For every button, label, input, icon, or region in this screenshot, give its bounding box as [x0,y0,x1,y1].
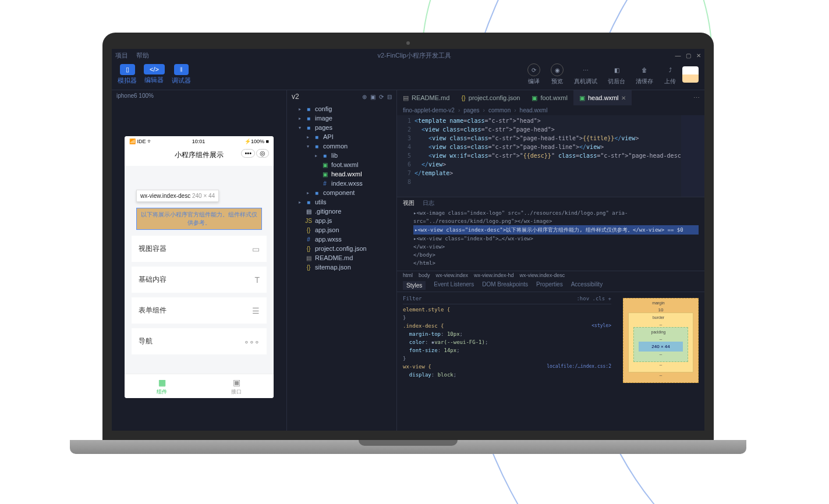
collapse-icon[interactable]: ⊟ [387,94,392,100]
explorer-header: v2 ⊕ ▣ ⟳ ⊟ [287,90,396,103]
file-node[interactable]: ▤.gitignore [287,207,396,216]
folder-node[interactable]: ▾■common [287,141,396,151]
refresh-icon[interactable]: ⟳ [379,94,384,100]
action-preview[interactable]: ◉预览 [551,63,564,86]
breadcrumb-segment[interactable]: common [488,107,511,113]
switch-icon: ◧ [610,63,623,76]
upload-icon: ⤴ [664,63,676,76]
dom-tree[interactable]: ▸<wx-image class="index-logo" src="../re… [397,209,704,271]
phone-menu-more[interactable]: ••• [241,149,255,158]
grid-icon: ▦ [125,378,199,387]
eye-icon: ◉ [551,63,564,76]
bug-icon: ⫴ [174,64,189,75]
phone-tabbar: ▦组件 ▣接口 [125,374,274,398]
minimap[interactable] [681,115,704,197]
editor-tab[interactable]: ▣foot.wxml [526,90,573,105]
new-folder-icon[interactable]: ▣ [370,94,375,100]
editor-tab[interactable]: ▤README.md [397,90,455,105]
file-node[interactable]: ▤README.md [287,253,396,262]
folder-node[interactable]: ▾■pages [287,123,396,132]
code-icon: </> [144,64,165,74]
window-title: v2-FinClip小程序开发工具 [157,51,671,60]
file-node[interactable]: {}sitemap.json [287,262,396,272]
remote-icon: ⋯ [579,63,592,76]
folder-node[interactable]: ▸■API [287,132,396,141]
devtools-subtab[interactable]: Properties [536,281,563,290]
file-node[interactable]: ▣head.wxml [287,169,396,179]
breadcrumb-segment[interactable]: pages [463,107,479,113]
simulator-device-label[interactable]: iphone6 100% [112,90,286,101]
devtools-tab-view[interactable]: 视图 [403,199,414,207]
action-clear-cache[interactable]: 🗑清缓存 [636,63,653,86]
laptop-frame: 项目 帮助 v2-FinClip小程序开发工具 — ▢ ✕ ▯ 模拟器 [102,33,714,454]
menu-project[interactable]: 项目 [115,51,128,60]
menubar: 项目 帮助 v2-FinClip小程序开发工具 — ▢ ✕ [112,49,704,62]
file-node[interactable]: #app.wxss [287,235,396,244]
devtools-subtab[interactable]: Styles [403,281,426,290]
phone-menu-close[interactable]: ◎ [256,149,269,158]
action-switch-bg[interactable]: ◧切后台 [608,63,625,86]
phone-nav-title: 小程序组件展示 ••• ◎ [125,147,274,166]
compile-icon: ⟳ [527,63,540,76]
trash-icon: 🗑 [638,63,651,76]
ide-window: 项目 帮助 v2-FinClip小程序开发工具 — ▢ ✕ ▯ 模拟器 [112,49,704,431]
action-remote-debug[interactable]: ⋯真机调试 [574,63,597,86]
toolbar-editor-button[interactable]: </> 编辑器 [144,64,165,85]
close-icon[interactable]: ✕ [696,52,701,59]
folder-node[interactable]: ▸■utils [287,197,396,207]
file-node[interactable]: {}app.json [287,225,396,235]
highlighted-element[interactable]: 以下将展示小程序官方组件能力。组件样式仅供参考。 [136,208,262,230]
list-item[interactable]: 表单组件☰ [132,297,267,324]
folder-node[interactable]: ▸■image [287,113,396,123]
file-node[interactable]: #index.wxss [287,179,396,188]
styles-panel[interactable]: Filter :hov .cls + element.style { } .in… [397,292,617,431]
phone-icon: ▯ [120,64,135,75]
devtools-subtab[interactable]: DOM Breakpoints [482,281,528,290]
menu-help[interactable]: 帮助 [136,51,149,60]
camera-dot [406,41,410,45]
devtools-tab-console[interactable]: 日志 [423,199,434,207]
folder-node[interactable]: ▸■lib [287,151,396,160]
toolbar-simulator-button[interactable]: ▯ 模拟器 [118,64,137,85]
minimize-icon[interactable]: — [675,52,681,59]
breadcrumb-segment[interactable]: fino-applet-demo-v2 [403,107,455,113]
phone-preview: 📶 IDE ᯤ 10:01 ⚡100% ■ 小程序组件展示 ••• ◎ [125,136,274,398]
styles-filter[interactable]: Filter [403,294,422,303]
file-node[interactable]: JSapp.js [287,216,396,225]
list-item[interactable]: 基础内容T [132,267,267,293]
devtools-subtabs: StylesEvent ListenersDOM BreakpointsProp… [397,279,704,292]
list-item[interactable]: 导航∘∘∘ [132,328,267,354]
tab-api[interactable]: ▣接口 [199,374,274,398]
breadcrumb-segment[interactable]: head.wxml [520,107,548,113]
editor-tab[interactable]: ▣head.wxml✕ [573,90,632,105]
box-model: margin 10 border – padding – 240 × 4 [617,292,704,431]
folder-node[interactable]: ▸■component [287,188,396,197]
dom-breadcrumb[interactable]: htmlbodywx-view.indexwx-view.index-hdwx-… [397,271,704,279]
simulator-panel: iphone6 100% 📶 IDE ᯤ 10:01 ⚡100% ■ 小程序组件… [112,90,286,431]
close-icon[interactable]: ✕ [621,95,626,101]
inspector-tooltip: wx-view.index-desc 240 × 44 [136,190,219,202]
devtools-subtab[interactable]: Accessibility [571,281,603,290]
toolbar: ▯ 模拟器 </> 编辑器 ⫴ 调试器 ⟳编译 ◉预览 ⋯真机调试 [112,62,704,90]
chip-icon: ▣ [199,378,274,387]
new-file-icon[interactable]: ⊕ [362,94,367,100]
avatar[interactable] [682,66,699,83]
tabs-more-icon[interactable]: ⋯ [689,94,704,102]
folder-node[interactable]: ▸■config [287,104,396,113]
action-upload[interactable]: ⤴上传 [664,63,676,86]
devtools-subtab[interactable]: Event Listeners [434,281,474,290]
file-explorer: v2 ⊕ ▣ ⟳ ⊟ ▸■config▸■image▾■pages▸■API▾■… [286,90,397,431]
code-editor[interactable]: 12345678 <template name=class="c-str">"h… [397,115,704,197]
action-compile[interactable]: ⟳编译 [527,63,540,86]
devtools: 视图 日志 ▸<wx-image class="index-logo" src=… [397,197,704,431]
toolbar-debugger-button[interactable]: ⫴ 调试器 [172,64,191,85]
file-node[interactable]: {}project.config.json [287,244,396,253]
list-item[interactable]: 视图容器▭ [132,236,267,262]
file-node[interactable]: ▣foot.wxml [287,160,396,169]
maximize-icon[interactable]: ▢ [686,52,691,59]
editor-tab[interactable]: {}project.config.json [455,90,526,105]
laptop-base [70,440,746,454]
breadcrumb: fino-applet-demo-v2›pages›common›head.wx… [397,105,704,115]
tab-components[interactable]: ▦组件 [125,374,199,398]
window-controls: — ▢ ✕ [671,52,701,59]
